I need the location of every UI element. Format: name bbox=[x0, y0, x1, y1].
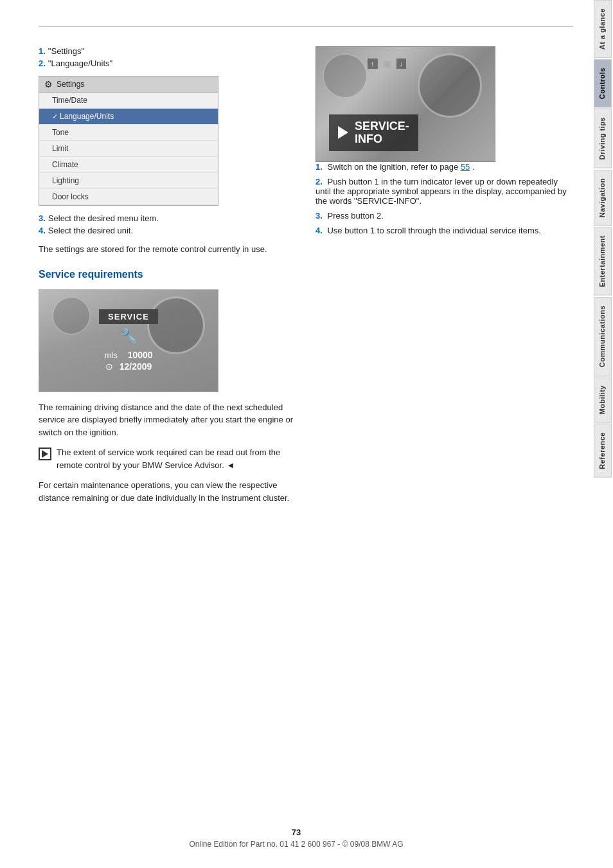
step-2: 2."Language/Units" bbox=[39, 59, 296, 68]
right-steps: 1. Switch on the ignition, refer to page… bbox=[315, 162, 573, 235]
sidebar-tab-reference[interactable]: Reference bbox=[594, 424, 612, 478]
settings-stored-para: The settings are stored for the remote c… bbox=[39, 243, 296, 256]
page-number: 73 bbox=[0, 827, 592, 837]
right-step-3-text: Press button 2. bbox=[327, 211, 383, 221]
step-1-text: "Settings" bbox=[48, 46, 84, 56]
sidebar-tab-at-a-glance[interactable]: At a glance bbox=[594, 0, 612, 58]
step-4-text: Select the desired unit. bbox=[48, 226, 133, 235]
right-step-1-num: 1. bbox=[315, 162, 323, 172]
right-step-2-text: Push button 1 in the turn indicator leve… bbox=[315, 177, 567, 206]
menu-item-language-units[interactable]: Language/Units bbox=[39, 109, 218, 125]
service-data-row: mls 10000 bbox=[104, 350, 152, 360]
sidebar-tab-controls[interactable]: Controls bbox=[594, 59, 612, 107]
screenshot-header: ⚙ Settings bbox=[39, 77, 218, 93]
service-info-triangle-icon bbox=[338, 126, 348, 139]
menu-item-door-locks[interactable]: Door locks bbox=[39, 189, 218, 205]
sidebar-tab-mobility[interactable]: Mobility bbox=[594, 377, 612, 423]
right-step-2-num: 2. bbox=[315, 177, 323, 186]
note-triangle-icon bbox=[39, 448, 51, 460]
service-date: 12/2009 bbox=[120, 361, 152, 372]
maintenance-para: For certain maintenance operations, you … bbox=[39, 479, 296, 504]
service-info-text: SERVICE- INFO bbox=[355, 120, 409, 146]
footer: 73 Online Edition for Part no. 01 41 2 6… bbox=[0, 827, 592, 849]
step-1: 1."Settings" bbox=[39, 46, 296, 56]
follow-up-steps: 3.Select the desired menu item. 4.Select… bbox=[39, 213, 296, 235]
left-column: 1."Settings" 2."Language/Units" ⚙ Settin… bbox=[39, 46, 296, 511]
step-4: 4.Select the desired unit. bbox=[39, 226, 296, 235]
gauge-overlay-left bbox=[52, 296, 91, 335]
right-step-1-text: Switch on the ignition, refer to page bbox=[327, 162, 460, 172]
step-2-num: 2. bbox=[39, 59, 46, 68]
sidebar-tab-driving-tips[interactable]: Driving tips bbox=[594, 109, 612, 168]
settings-menu: Time/Date Language/Units Tone Limit Clim… bbox=[39, 93, 218, 205]
right-step-4-num: 4. bbox=[315, 226, 323, 235]
step-3-num: 3. bbox=[39, 213, 46, 223]
right-step-1: 1. Switch on the ignition, refer to page… bbox=[315, 162, 573, 172]
menu-item-lighting[interactable]: Lighting bbox=[39, 173, 218, 189]
sidebar-tab-entertainment[interactable]: Entertainment bbox=[594, 227, 612, 295]
cluster-indicators: ↑ ▣ ↓ bbox=[368, 59, 406, 69]
cluster-indicator-3: ↓ bbox=[396, 59, 407, 69]
service-distance: 10000 bbox=[128, 350, 153, 360]
service-info-image: ↑ ▣ ↓ SERVICE- INFO bbox=[315, 46, 495, 162]
right-step-1-after: . bbox=[472, 162, 475, 172]
note-text: The extent of service work required can … bbox=[57, 446, 296, 471]
main-content: 1."Settings" 2."Language/Units" ⚙ Settin… bbox=[0, 0, 592, 868]
right-column: ↑ ▣ ↓ SERVICE- INFO 1. Switch on the bbox=[315, 46, 573, 511]
service-requirements-heading: Service requirements bbox=[39, 269, 296, 280]
menu-item-limit[interactable]: Limit bbox=[39, 141, 218, 157]
menu-item-time-date[interactable]: Time/Date bbox=[39, 93, 218, 109]
right-step-4-text: Use button 1 to scroll through the indiv… bbox=[327, 226, 540, 235]
service-info-badge: SERVICE- INFO bbox=[329, 114, 418, 151]
cluster-gauge-right bbox=[418, 53, 482, 118]
step-3-text: Select the desired menu item. bbox=[48, 213, 159, 223]
settings-title: Settings bbox=[57, 80, 84, 89]
step-1-num: 1. bbox=[39, 46, 46, 56]
right-step-1-link[interactable]: 55 bbox=[461, 162, 470, 172]
menu-item-tone[interactable]: Tone bbox=[39, 125, 218, 141]
two-column-layout: 1."Settings" 2."Language/Units" ⚙ Settin… bbox=[39, 46, 573, 511]
service-wrench-icon: 🔧 bbox=[120, 328, 138, 345]
sidebar-tab-navigation[interactable]: Navigation bbox=[594, 170, 612, 226]
step-3: 3.Select the desired menu item. bbox=[39, 213, 296, 223]
service-unit: mls bbox=[104, 350, 117, 360]
sidebar-tab-communications[interactable]: Communications bbox=[594, 297, 612, 375]
settings-icon: ⚙ bbox=[44, 79, 53, 89]
right-step-2: 2. Push button 1 in the turn indicator l… bbox=[315, 177, 573, 206]
settings-screenshot: ⚙ Settings Time/Date Language/Units Tone… bbox=[39, 76, 218, 206]
initial-steps: 1."Settings" 2."Language/Units" bbox=[39, 46, 296, 68]
service-date-icon: ⊙ bbox=[105, 361, 113, 372]
sidebar-tabs: At a glance Controls Driving tips Naviga… bbox=[592, 0, 613, 868]
cluster-indicator-2: ▣ bbox=[383, 59, 391, 69]
step-4-num: 4. bbox=[39, 226, 46, 235]
service-date-row: ⊙ 12/2009 bbox=[105, 361, 152, 372]
service-requirements-image: SERVICE 🔧 mls 10000 ⊙ 12/2009 bbox=[39, 289, 218, 392]
right-step-3-num: 3. bbox=[315, 211, 323, 221]
right-step-3: 3. Press button 2. bbox=[315, 211, 573, 221]
copyright-text: Online Edition for Part no. 01 41 2 600 … bbox=[0, 840, 592, 849]
cluster-gauge-left bbox=[323, 53, 368, 98]
note-box: The extent of service work required can … bbox=[39, 446, 296, 471]
step-2-text: "Language/Units" bbox=[48, 59, 112, 68]
note-triangle-inner bbox=[42, 450, 48, 458]
service-img-inner: SERVICE 🔧 mls 10000 ⊙ 12/2009 bbox=[39, 290, 218, 392]
service-distance-para: The remaining driving distance and the d… bbox=[39, 401, 296, 439]
service-label: SERVICE bbox=[99, 309, 158, 324]
right-step-4: 4. Use button 1 to scroll through the in… bbox=[315, 226, 573, 235]
cluster-indicator-1: ↑ bbox=[368, 59, 378, 69]
menu-item-climate[interactable]: Climate bbox=[39, 157, 218, 173]
